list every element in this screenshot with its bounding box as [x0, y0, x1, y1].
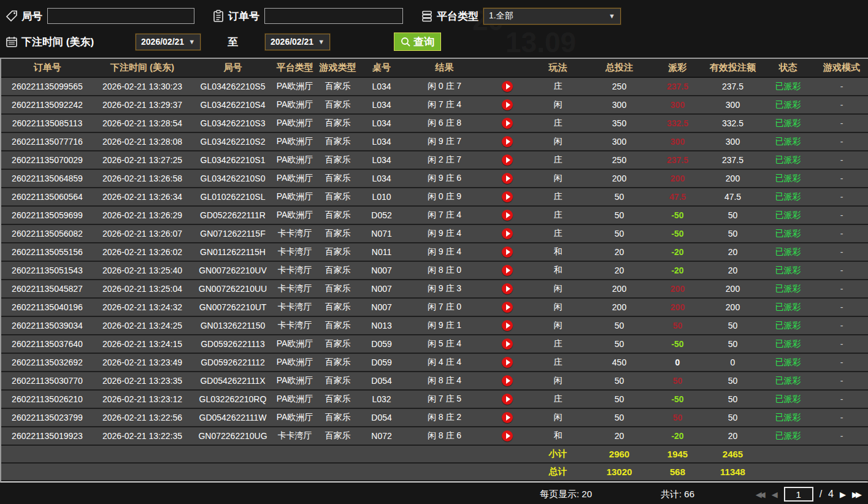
cell-mode: - [814, 224, 868, 243]
replay-play-icon[interactable] [502, 375, 513, 386]
cell-result: 闲 9 庄 1 [403, 316, 486, 335]
clipboard-icon [212, 9, 225, 23]
cell-bet-type: 闲 [529, 280, 587, 298]
cell-play [486, 77, 529, 96]
cell-valid-bet: 20 [704, 427, 762, 445]
cell-game-type: 百家乐 [315, 372, 360, 390]
cell-play [486, 353, 529, 372]
cell-result: 闲 7 庄 4 [403, 96, 486, 114]
cell-platform: 卡卡湾厅 [274, 280, 315, 298]
table-row: 2602211350596992026-02-21 13:26:29GD0522… [1, 206, 868, 224]
replay-play-icon[interactable] [502, 357, 513, 368]
cell-table-no: N007 [360, 280, 403, 298]
cell-status: 已派彩 [762, 408, 814, 427]
replay-play-icon[interactable] [502, 320, 513, 331]
cell-status: 已派彩 [762, 169, 814, 188]
table-row: 2602211350326922026-02-21 13:23:49GD0592… [1, 353, 868, 372]
cell-order: 260221135040196 [1, 298, 93, 316]
replay-play-icon[interactable] [502, 394, 513, 405]
cell-time: 2026-02-21 13:28:54 [93, 114, 191, 132]
cell-table-no: L032 [360, 390, 403, 408]
cell-order: 260221135064859 [1, 169, 93, 188]
first-page-icon[interactable]: ◀◀ [756, 490, 766, 499]
cell-payout: 237.5 [651, 77, 704, 96]
replay-play-icon[interactable] [502, 118, 513, 129]
search-icon [401, 37, 411, 47]
cell-bet-type: 庄 [529, 224, 587, 243]
platform-type-select[interactable]: 1.全部 ▼ [483, 8, 621, 25]
replay-play-icon[interactable] [502, 283, 513, 294]
cell-valid-bet: 20 [704, 243, 762, 261]
replay-play-icon[interactable] [502, 210, 513, 221]
replay-play-icon[interactable] [502, 228, 513, 239]
cell-game-no: GD0522622111R [191, 206, 274, 224]
cell-bet-type: 闲 [529, 408, 587, 427]
cell-total-bet: 50 [587, 316, 651, 335]
cell-table-no: L034 [360, 132, 403, 151]
replay-play-icon[interactable] [502, 246, 513, 258]
cell-total-bet: 20 [587, 243, 651, 261]
cell-platform: 卡卡湾厅 [274, 298, 315, 316]
cell-result: 闲 7 庄 0 [403, 298, 486, 316]
cell-table-no: D054 [360, 408, 403, 427]
last-page-icon[interactable]: ▶▶ [852, 490, 862, 499]
cell-order: 260221135077716 [1, 132, 93, 151]
replay-play-icon[interactable] [502, 302, 513, 313]
cell-total-bet: 300 [587, 132, 651, 151]
cell-bet-type: 庄 [529, 114, 587, 132]
replay-play-icon[interactable] [502, 191, 513, 202]
cell-game-no: GN0712622115F [191, 224, 274, 243]
cell-order: 260221135030770 [1, 372, 93, 390]
cell-game-no: GL032262210RQ [191, 390, 274, 408]
cell-game-type: 百家乐 [315, 298, 360, 316]
table-row: 2602211350376402026-02-21 13:24:15GD0592… [1, 335, 868, 353]
next-page-icon[interactable]: ▶ [840, 490, 846, 499]
cell-game-no: GN007262210UV [191, 261, 274, 280]
date-to-picker[interactable]: 2026/02/21 ▼ [265, 34, 330, 50]
cell-result: 闲 8 庄 0 [403, 261, 486, 280]
col-header-platform: 平台类型 [274, 59, 315, 77]
replay-play-icon[interactable] [502, 81, 513, 92]
date-from-picker[interactable]: 2026/02/21 ▼ [136, 34, 201, 50]
cell-time: 2026-02-21 13:22:56 [93, 408, 191, 427]
col-header-replay [486, 59, 529, 77]
replay-play-icon[interactable] [502, 136, 513, 147]
cell-mode: - [814, 335, 868, 353]
cell-order: 260221135059699 [1, 206, 93, 224]
cell-mode: - [814, 151, 868, 169]
replay-play-icon[interactable] [502, 173, 513, 184]
cell-play [486, 96, 529, 114]
cell-time: 2026-02-21 13:26:34 [93, 188, 191, 206]
cell-game-type: 百家乐 [315, 353, 360, 372]
cell-valid-bet: 332.5 [704, 114, 762, 132]
query-button[interactable]: 查询 [394, 32, 441, 51]
cell-game-type: 百家乐 [315, 316, 360, 335]
replay-play-icon[interactable] [502, 412, 513, 423]
cell-bet-type: 庄 [529, 353, 587, 372]
game-no-input[interactable] [47, 8, 194, 24]
page-number-input[interactable] [784, 487, 813, 502]
cell-platform: 卡卡湾厅 [274, 224, 315, 243]
replay-play-icon[interactable] [502, 265, 513, 276]
cell-mode: - [814, 206, 868, 224]
cell-table-no: L034 [360, 114, 403, 132]
cell-status: 已派彩 [762, 96, 814, 114]
cell-mode: - [814, 298, 868, 316]
cell-order: 260221135092242 [1, 96, 93, 114]
table-row: 2602211350922422026-02-21 13:29:37GL0342… [1, 96, 868, 114]
replay-play-icon[interactable] [502, 99, 513, 110]
cell-order: 260221135045827 [1, 280, 93, 298]
replay-play-icon[interactable] [502, 155, 513, 166]
cell-game-type: 百家乐 [315, 243, 360, 261]
replay-play-icon[interactable] [502, 338, 513, 349]
table-row: 2602211350390342026-02-21 13:24:25GN0132… [1, 316, 868, 335]
cell-game-type: 百家乐 [315, 408, 360, 427]
order-no-input[interactable] [264, 8, 403, 24]
cell-payout: 200 [651, 169, 704, 188]
grand-total-tail-spacer [762, 463, 868, 481]
cell-result: 闲 7 庄 5 [403, 390, 486, 408]
replay-play-icon[interactable] [502, 430, 513, 441]
cell-total-bet: 250 [587, 77, 651, 96]
cell-play [486, 408, 529, 427]
prev-page-icon[interactable]: ◀ [772, 490, 778, 499]
